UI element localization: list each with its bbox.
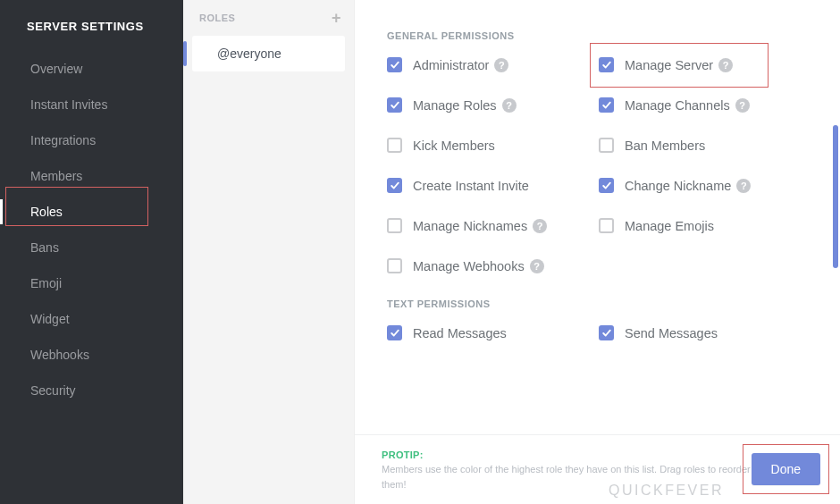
sidebar-item-security[interactable]: Security	[0, 373, 183, 408]
help-icon[interactable]: ?	[502, 98, 517, 113]
help-icon[interactable]: ?	[736, 179, 751, 193]
permission-label: Manage Webhooks	[413, 259, 525, 273]
permission-label: Manage Roles	[413, 98, 497, 113]
protip: PROTIP: Members use the color of the hig…	[382, 448, 752, 492]
permission-label: Administrator	[413, 58, 489, 72]
permissions-section-header: GENERAL PERMISSIONS	[387, 30, 815, 41]
permission-label: Kick Members	[413, 139, 495, 153]
permission-manage-nicknames: Manage Nicknames?	[387, 218, 588, 233]
permission-checkbox[interactable]	[599, 325, 614, 340]
permission-checkbox[interactable]	[387, 258, 402, 273]
help-icon[interactable]: ?	[533, 219, 547, 233]
sidebar-item-emoji[interactable]: Emoji	[0, 265, 183, 301]
sidebar-item-members[interactable]: Members	[0, 158, 183, 194]
help-icon[interactable]: ?	[735, 98, 750, 113]
permission-checkbox[interactable]	[387, 57, 402, 72]
permission-label: Manage Nicknames	[413, 219, 527, 233]
permission-change-nickname: Change Nickname?	[599, 178, 800, 193]
permission-checkbox[interactable]	[387, 97, 402, 113]
sidebar-item-webhooks[interactable]: Webhooks	[0, 337, 183, 373]
help-icon[interactable]: ?	[530, 259, 544, 273]
roles-list: @everyone	[183, 32, 354, 75]
permission-checkbox[interactable]	[387, 325, 402, 340]
permission-manage-server: Manage Server?	[599, 57, 800, 72]
protip-text: Members use the color of the highest rol…	[382, 464, 751, 490]
permission-send-messages: Send Messages	[599, 325, 800, 340]
permission-checkbox[interactable]	[387, 178, 402, 193]
permission-label: Manage Channels	[625, 98, 730, 113]
help-icon[interactable]: ?	[494, 58, 508, 72]
permission-manage-emojis: Manage Emojis	[599, 218, 800, 233]
scrollbar-thumb[interactable]	[833, 125, 838, 268]
permission-kick-members: Kick Members	[387, 138, 588, 153]
permission-manage-channels: Manage Channels?	[599, 97, 800, 113]
permission-label: Read Messages	[413, 326, 507, 340]
footer: PROTIP: Members use the color of the hig…	[355, 434, 840, 505]
permission-label: Create Instant Invite	[413, 179, 529, 193]
sidebar-item-integrations[interactable]: Integrations	[0, 122, 183, 158]
sidebar-item-bans[interactable]: Bans	[0, 230, 183, 265]
done-wrap: Done	[752, 453, 820, 485]
permission-checkbox[interactable]	[599, 57, 614, 72]
sidebar-item-overview[interactable]: Overview	[0, 51, 183, 87]
permission-manage-webhooks: Manage Webhooks?	[387, 258, 588, 273]
app-root: SERVER SETTINGS OverviewInstant InvitesI…	[0, 0, 840, 504]
permission-administrator: Administrator?	[387, 57, 588, 72]
add-role-icon[interactable]: +	[332, 13, 341, 23]
permission-checkbox[interactable]	[599, 97, 614, 113]
permission-create-instant-invite: Create Instant Invite	[387, 178, 588, 193]
permission-label: Ban Members	[625, 139, 705, 153]
done-button[interactable]: Done	[752, 453, 820, 485]
permission-checkbox[interactable]	[387, 218, 402, 233]
permission-label: Manage Server	[625, 58, 713, 72]
permissions-scroll[interactable]: GENERAL PERMISSIONSAdministrator?Manage …	[355, 0, 840, 434]
permission-label: Change Nickname	[625, 179, 731, 193]
main-panel: GENERAL PERMISSIONSAdministrator?Manage …	[355, 0, 840, 504]
permissions-grid: Administrator?Manage Server?Manage Roles…	[387, 57, 815, 273]
permission-read-messages: Read Messages	[387, 325, 588, 340]
permissions-grid: Read MessagesSend Messages	[387, 325, 815, 340]
permission-manage-roles: Manage Roles?	[387, 97, 588, 113]
protip-tag: PROTIP:	[382, 449, 424, 460]
sidebar-item-widget[interactable]: Widget	[0, 301, 183, 337]
sidebar-title: SERVER SETTINGS	[27, 20, 183, 33]
permission-checkbox[interactable]	[387, 138, 402, 153]
roles-column: ROLES + @everyone	[183, 0, 355, 504]
sidebar: SERVER SETTINGS OverviewInstant InvitesI…	[0, 0, 183, 504]
help-icon[interactable]: ?	[718, 58, 733, 72]
roles-header: ROLES +	[183, 0, 354, 32]
roles-header-label: ROLES	[199, 13, 235, 23]
sidebar-item-roles[interactable]: Roles	[0, 194, 183, 230]
permission-label: Manage Emojis	[625, 219, 714, 233]
sidebar-item-instant-invites[interactable]: Instant Invites	[0, 87, 183, 122]
permission-checkbox[interactable]	[599, 218, 614, 233]
role-item[interactable]: @everyone	[192, 36, 345, 71]
permission-label: Send Messages	[625, 326, 718, 340]
permission-ban-members: Ban Members	[599, 138, 800, 153]
permissions-section-header: TEXT PERMISSIONS	[387, 298, 815, 309]
permission-checkbox[interactable]	[599, 138, 614, 153]
sidebar-items: OverviewInstant InvitesIntegrationsMembe…	[0, 51, 183, 408]
permission-checkbox[interactable]	[599, 178, 614, 193]
